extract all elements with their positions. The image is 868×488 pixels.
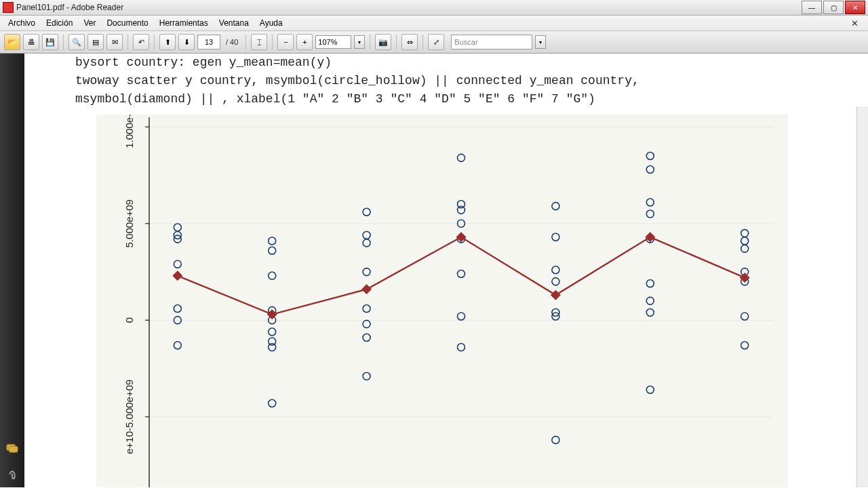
scatter-point — [269, 247, 276, 254]
attachment-icon[interactable] — [6, 468, 18, 481]
scatter-point — [458, 154, 465, 161]
undo-icon[interactable]: ↶ — [133, 34, 149, 50]
scatter-point — [646, 297, 654, 304]
scatter-point — [741, 237, 749, 245]
zoom-dropdown-icon[interactable]: ▾ — [354, 35, 365, 49]
page-up-icon[interactable]: ⬆ — [159, 34, 176, 50]
page-total: / 40 — [226, 38, 238, 46]
scatter-point — [552, 278, 559, 285]
mean-line — [178, 237, 745, 314]
close-button[interactable]: ✕ — [845, 1, 865, 14]
menu-ver[interactable]: Ver — [78, 17, 101, 29]
scatter-point — [174, 260, 181, 268]
scatter-point — [363, 231, 370, 239]
separator — [245, 35, 246, 49]
app-icon — [3, 2, 14, 13]
scatter-point — [552, 233, 559, 241]
titlebar: Panel101.pdf - Adobe Reader — ▢ ✕ — [0, 0, 868, 16]
snapshot-icon[interactable]: 📷 — [375, 34, 391, 50]
search-dropdown-icon[interactable]: ▾ — [535, 35, 546, 49]
scatter-point — [646, 280, 654, 287]
menu-ayuda[interactable]: Ayuda — [254, 17, 288, 29]
minimize-button[interactable]: — — [802, 1, 822, 14]
toolbar: 📂 🖶 💾 🔍 ▤ ✉ ↶ ⬆ ⬇ / 40 ⌶ − + 107% ▾ 📷 ⇔ … — [0, 31, 868, 54]
zoom-out-icon[interactable]: − — [277, 34, 294, 50]
document-close-icon[interactable]: ✕ — [846, 17, 864, 30]
open-file-icon[interactable]: 📂 — [4, 34, 20, 50]
scatter-point — [363, 305, 370, 312]
scatter-point — [363, 239, 370, 247]
scatter-point — [741, 342, 749, 349]
window-title: Panel101.pdf - Adobe Reader — [16, 3, 800, 12]
scatter-point — [741, 245, 749, 252]
fit-page-icon[interactable]: ⤢ — [428, 34, 444, 50]
scatter-point — [458, 312, 465, 320]
mean-diamond — [173, 271, 182, 281]
pages-icon[interactable]: ▤ — [87, 34, 104, 50]
separator — [396, 35, 397, 49]
scatter-point — [646, 386, 654, 394]
scatter-point — [269, 237, 276, 245]
scatter-point — [646, 210, 654, 218]
menu-herramientas[interactable]: Herramientas — [154, 17, 214, 29]
scatter-point — [174, 305, 181, 312]
scatter-point — [646, 165, 654, 173]
zoom-in-icon[interactable]: + — [296, 34, 313, 50]
comment-icon[interactable] — [6, 443, 18, 455]
scatter-point — [552, 436, 559, 444]
page-down-icon[interactable]: ⬇ — [178, 34, 195, 50]
svg-text:5.000e+09: 5.000e+09 — [123, 199, 135, 247]
scatter-point — [363, 334, 370, 342]
scatter-point — [552, 266, 559, 274]
scatter-point — [363, 268, 370, 276]
scatter-point — [458, 344, 465, 351]
menu-archivo[interactable]: Archivo — [3, 17, 41, 29]
separator — [63, 35, 64, 49]
document-page: bysort country: egen y_mean=mean(y) twow… — [24, 54, 868, 487]
code-line-3: msymbol(diamond) || , xlabel(1 "A" 2 "B"… — [75, 90, 595, 108]
menu-ventana[interactable]: Ventana — [214, 17, 254, 29]
code-line-1: bysort country: egen y_mean=mean(y) — [75, 54, 332, 72]
menubar: Archivo Edición Ver Documento Herramient… — [0, 16, 868, 31]
scatter-point — [741, 312, 749, 320]
separator — [154, 35, 155, 49]
svg-rect-1 — [9, 446, 18, 452]
menu-edicion[interactable]: Edición — [41, 17, 78, 29]
scatter-point — [363, 321, 370, 328]
scatter-point — [174, 342, 181, 349]
scatter-point — [269, 399, 276, 407]
print-icon[interactable]: 🖶 — [23, 34, 39, 50]
scatter-point — [269, 272, 276, 279]
email-icon[interactable]: ✉ — [106, 34, 123, 50]
fit-width-icon[interactable]: ⇔ — [401, 34, 418, 50]
separator — [127, 35, 128, 49]
chart: e+10-5.000e+0905.000e+091.000e+1 — [96, 115, 788, 487]
mean-diamond — [362, 285, 372, 294]
separator — [370, 35, 370, 49]
zoom-level[interactable]: 107% — [315, 35, 351, 49]
scatter-point — [458, 270, 465, 277]
svg-text:0: 0 — [123, 317, 135, 323]
select-tool-icon[interactable]: ⌶ — [251, 34, 267, 50]
separator — [422, 35, 423, 49]
svg-text:1.000e+1: 1.000e+1 — [123, 115, 135, 148]
scatter-point — [174, 224, 181, 231]
sidebar — [0, 54, 24, 487]
scatter-point — [363, 208, 370, 216]
mean-diamond — [551, 290, 560, 300]
scatter-point — [363, 373, 370, 380]
page-number-input[interactable] — [197, 35, 220, 49]
separator — [272, 35, 273, 49]
svg-text:e+10-5.000e+09: e+10-5.000e+09 — [123, 380, 135, 454]
scatter-point — [646, 199, 654, 206]
find-icon[interactable]: 🔍 — [68, 34, 85, 50]
search-input[interactable]: Buscar — [451, 35, 532, 49]
scatter-point — [646, 152, 654, 160]
menu-documento[interactable]: Documento — [101, 17, 153, 29]
save-icon[interactable]: 💾 — [42, 34, 58, 50]
vertical-scrollbar[interactable] — [856, 106, 868, 487]
maximize-button[interactable]: ▢ — [823, 1, 844, 14]
code-line-2: twoway scatter y country, msymbol(circle… — [75, 72, 639, 90]
scatter-point — [269, 328, 276, 336]
scatter-point — [552, 203, 559, 210]
